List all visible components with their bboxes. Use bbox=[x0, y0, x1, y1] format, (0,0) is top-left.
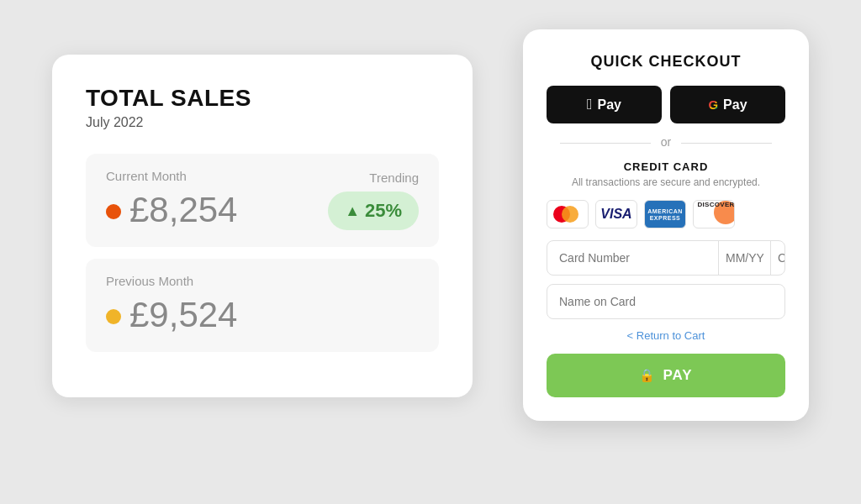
orange-dot bbox=[106, 204, 121, 219]
sales-card: TOTAL SALES July 2022 Current Month £8,2… bbox=[52, 55, 473, 397]
lock-icon: 🔒 bbox=[639, 368, 656, 383]
current-month-label: Current Month bbox=[106, 169, 328, 183]
previous-month-value: £9,524 bbox=[106, 295, 419, 335]
google-pay-button[interactable]: G Pay bbox=[670, 86, 785, 123]
pay-button[interactable]: 🔒 PAY bbox=[547, 354, 785, 397]
sales-title: TOTAL SALES bbox=[86, 85, 439, 112]
current-month-value: £8,254 bbox=[106, 190, 328, 230]
previous-month-row: Previous Month £9,524 bbox=[86, 259, 439, 352]
previous-month-label: Previous Month bbox=[106, 274, 419, 288]
cvc-input[interactable] bbox=[770, 241, 785, 275]
pay-buttons-row:  Pay G Pay bbox=[547, 86, 785, 123]
mc-circle-right bbox=[562, 206, 578, 223]
yellow-dot bbox=[106, 309, 121, 324]
card-number-row bbox=[547, 240, 785, 276]
visa-icon: VISA bbox=[595, 200, 637, 228]
discover-icon: DISCOVER bbox=[693, 200, 735, 228]
or-divider: or bbox=[547, 135, 785, 149]
amex-icon: AMERICAN EXPRESS bbox=[644, 200, 686, 228]
return-to-cart-link[interactable]: < Return to Cart bbox=[547, 329, 785, 342]
apple-logo-icon:  bbox=[587, 96, 593, 113]
google-g-icon: G bbox=[708, 97, 718, 112]
name-on-card-input[interactable] bbox=[547, 284, 785, 319]
current-month-row: Current Month £8,254 Trending ▲ 25% bbox=[86, 154, 439, 247]
apple-pay-button[interactable]:  Pay bbox=[547, 86, 662, 123]
checkout-card: QUICK CHECKOUT  Pay G Pay or CREDIT CAR… bbox=[523, 29, 809, 421]
secure-text: All transactions are secure and encrypte… bbox=[547, 176, 785, 188]
mastercard-icon bbox=[547, 200, 589, 228]
expiry-input[interactable] bbox=[718, 241, 770, 275]
checkout-title: QUICK CHECKOUT bbox=[547, 53, 785, 71]
trending-badge: ▲ 25% bbox=[328, 192, 419, 230]
card-number-input[interactable] bbox=[547, 241, 718, 275]
card-icons-row: VISA AMERICAN EXPRESS DISCOVER bbox=[547, 200, 785, 228]
sales-subtitle: July 2022 bbox=[86, 115, 439, 130]
credit-card-label: CREDIT CARD bbox=[547, 160, 785, 173]
trending-label: Trending bbox=[369, 171, 419, 185]
trending-arrow-icon: ▲ bbox=[345, 202, 360, 220]
main-container: TOTAL SALES July 2022 Current Month £8,2… bbox=[52, 29, 809, 475]
